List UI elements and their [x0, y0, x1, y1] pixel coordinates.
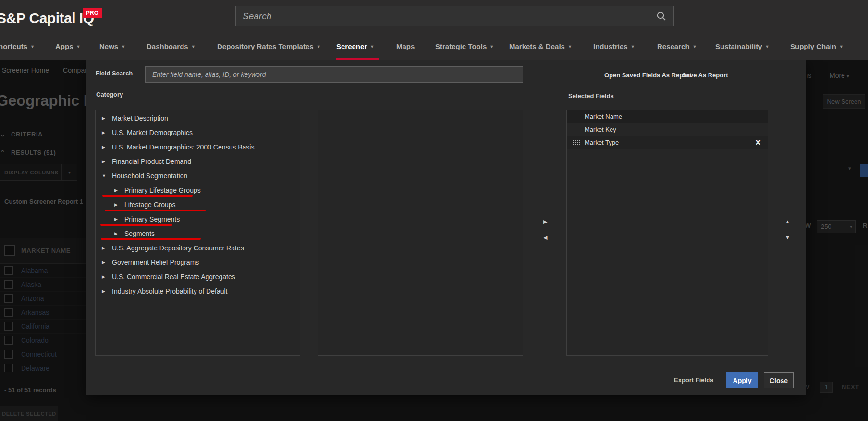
expand-arrow-icon[interactable]: ▶ [114, 202, 119, 207]
field-search-input[interactable] [145, 66, 523, 83]
nav-depository-rates-templates[interactable]: Depository Rates Templates▾ [217, 32, 320, 60]
annotation-underline [102, 195, 193, 197]
expand-arrow-icon[interactable]: ▶ [114, 217, 119, 222]
nav-supply-chain[interactable]: Supply Chain▾ [790, 32, 843, 60]
top-bar: S&P Capital IQ PRO [0, 0, 868, 32]
nav-shortcuts[interactable]: Shortcuts▾ [0, 32, 34, 60]
nav-markets-deals[interactable]: Markets & Deals▾ [509, 32, 571, 60]
field-selection-modal: Field Search Open Saved Fields As Report… [86, 60, 806, 395]
chevron-down-icon: ▾ [318, 44, 320, 49]
pro-badge: PRO [83, 8, 102, 18]
category-tree-panel: ▶Market Description ▶U.S. Market Demogra… [95, 110, 300, 356]
tree-item-government-relief-programs[interactable]: ▶Government Relief Programs [96, 255, 300, 270]
chevron-down-icon: ▾ [192, 44, 195, 49]
chevron-down-icon: ▾ [694, 44, 696, 49]
nav-sustainability[interactable]: Sustainability▾ [715, 32, 769, 60]
chevron-down-icon: ▾ [569, 44, 571, 49]
active-tab-underline [336, 58, 379, 60]
nav-maps[interactable]: Maps [396, 32, 415, 60]
annotation-underline [101, 238, 201, 240]
move-right-arrow[interactable]: ▶ [543, 219, 547, 225]
selected-field-market-name[interactable]: Market Name [567, 110, 768, 123]
global-search[interactable] [235, 6, 674, 26]
tree-item-market-description[interactable]: ▶Market Description [96, 111, 300, 125]
nav-screener[interactable]: Screener▾ [336, 32, 373, 60]
move-up-arrow[interactable]: ▲ [785, 219, 790, 224]
expand-arrow-icon[interactable]: ▶ [102, 274, 107, 279]
expand-arrow-icon[interactable]: ▶ [114, 188, 119, 193]
expand-arrow-icon[interactable]: ▶ [102, 116, 107, 121]
remove-field-icon[interactable]: × [755, 137, 761, 148]
expand-arrow-icon[interactable]: ▶ [102, 145, 107, 149]
move-left-arrow[interactable]: ◀ [543, 235, 547, 241]
nav-strategic-tools[interactable]: Strategic Tools▾ [435, 32, 493, 60]
tree-item-us-market-demographics[interactable]: ▶U.S. Market Demographics [96, 125, 300, 140]
open-saved-fields-link[interactable]: Open Saved Fields As Report [604, 72, 692, 79]
tree-item-industry-absolute-probability-of-default[interactable]: ▶Industry Absolute Probability of Defaul… [96, 284, 300, 298]
tree-item-financial-product-demand[interactable]: ▶Financial Product Demand [96, 154, 300, 169]
collapse-arrow-icon[interactable]: ▼ [102, 173, 107, 178]
brand-logo: S&P Capital IQ [0, 10, 94, 26]
selected-field-market-key[interactable]: Market Key [567, 123, 768, 136]
nav-news[interactable]: News▾ [99, 32, 124, 60]
main-nav: Shortcuts▾ Apps▾ News▾ Dashboards▾ Depos… [0, 32, 868, 60]
chevron-down-icon: ▾ [766, 44, 769, 49]
tree-item-household-segmentation[interactable]: ▼Household Segmentation [96, 169, 300, 183]
expand-arrow-icon[interactable]: ▶ [102, 159, 107, 164]
tree-item-us-market-demographics-2000[interactable]: ▶U.S. Market Demographics: 2000 Census B… [96, 140, 300, 154]
category-tree: ▶Market Description ▶U.S. Market Demogra… [96, 110, 300, 298]
chevron-down-icon: ▾ [31, 44, 34, 49]
drag-handle-icon[interactable] [573, 140, 580, 145]
nav-industries[interactable]: Industries▾ [593, 32, 634, 60]
chevron-down-icon: ▾ [840, 44, 843, 49]
tree-item-us-aggregate-depository-consumer-rates[interactable]: ▶U.S. Aggregate Depository Consumer Rate… [96, 241, 300, 255]
chevron-down-icon: ▾ [122, 44, 124, 49]
expand-arrow-icon[interactable]: ▶ [102, 289, 107, 294]
annotation-underline [100, 224, 172, 226]
tree-item-us-commercial-real-estate-aggregates[interactable]: ▶U.S. Commercial Real Estate Aggregates [96, 270, 300, 284]
annotation-underline [105, 210, 206, 211]
chevron-down-icon: ▾ [490, 44, 493, 49]
app-window: S&P Capital IQ PRO Shortcuts▾ Apps▾ News… [0, 0, 868, 421]
expand-arrow-icon[interactable]: ▶ [102, 260, 107, 265]
search-icon[interactable] [656, 11, 667, 22]
category-label: Category [96, 91, 123, 98]
chevron-down-icon: ▾ [371, 44, 373, 49]
selected-field-market-type[interactable]: Market Type × [567, 136, 768, 149]
chevron-down-icon: ▾ [77, 44, 80, 49]
nav-research[interactable]: Research▾ [657, 32, 696, 60]
nav-apps[interactable]: Apps▾ [55, 32, 80, 60]
field-search-label: Field Search [96, 70, 133, 77]
apply-button[interactable]: Apply [726, 372, 758, 388]
expand-arrow-icon[interactable]: ▶ [114, 231, 119, 236]
selected-fields-label: Selected Fields [568, 92, 614, 99]
selected-fields-panel: Market Name Market Key Market Type × [566, 110, 768, 356]
move-down-arrow[interactable]: ▼ [785, 235, 790, 240]
export-fields-link[interactable]: Export Fields [674, 376, 713, 384]
chevron-down-icon: ▾ [632, 44, 634, 49]
expand-arrow-icon[interactable]: ▶ [102, 130, 107, 135]
nav-dashboards[interactable]: Dashboards▾ [147, 32, 195, 60]
expand-arrow-icon[interactable]: ▶ [102, 246, 107, 250]
close-button[interactable]: Close [764, 372, 794, 388]
field-list-panel [318, 110, 523, 356]
save-as-report-link[interactable]: Save As Report [682, 72, 728, 79]
global-search-input[interactable] [243, 11, 656, 22]
